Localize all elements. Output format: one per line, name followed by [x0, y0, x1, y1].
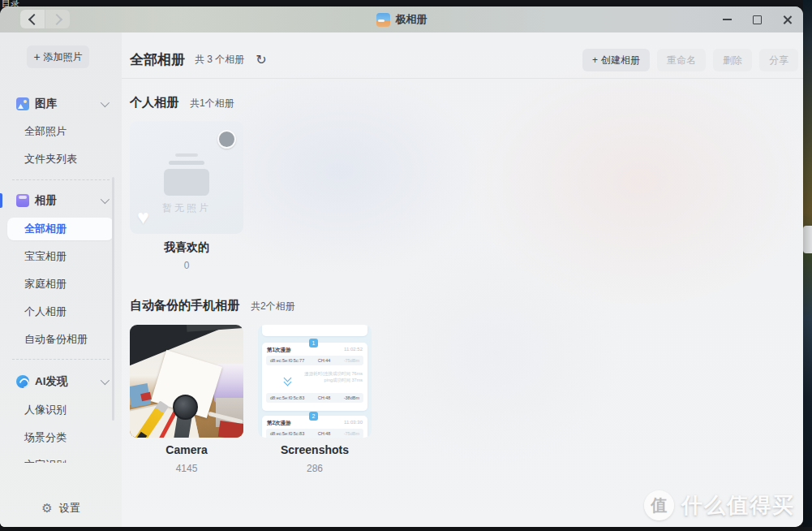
baby-album-label: 宝宝相册: [24, 249, 67, 264]
mac-address: d8:ec:5e:f0:5c:83: [270, 431, 304, 436]
rename-button[interactable]: 重命名: [657, 49, 706, 71]
roam-title: 第1次漫游: [267, 347, 291, 354]
personal-album-label: 个人相册: [24, 304, 67, 319]
section-backup-albums: 自动备份的手机相册 共2个相册: [130, 298, 295, 313]
album-total-count: 共 3 个相册: [195, 53, 244, 67]
app-icon: [376, 13, 390, 27]
scene-classification-label: 场景分类: [24, 430, 67, 445]
signal: -75dBm: [344, 358, 359, 363]
face-recognition-label: 人像识别: [24, 403, 67, 417]
chevron-down-icon[interactable]: [101, 98, 110, 107]
library-group-label: 图库: [35, 97, 57, 111]
gallery-icon: [16, 97, 29, 110]
roam-note: 漫游耗时(连接成功时间 76ms ping成功时间 37ms: [304, 370, 363, 383]
sidebar-item-all-albums[interactable]: 全部相册: [7, 218, 114, 240]
settings-button[interactable]: ⚙ 设置: [0, 501, 122, 516]
minimize-button[interactable]: [719, 11, 735, 28]
maximize-icon: [753, 15, 762, 24]
chevron-down-icon[interactable]: [101, 376, 110, 385]
window-title-area: 极相册: [0, 6, 803, 32]
clipped-item-label: 文字识别: [24, 458, 67, 463]
sidebar-divider: [12, 359, 110, 360]
album-name[interactable]: 我喜欢的: [130, 240, 243, 255]
mac-address: d8:ec:5e:f0:5c:77: [270, 358, 304, 363]
sidebar-scrollbar[interactable]: [112, 177, 114, 421]
sidebar-group-library[interactable]: 图库: [0, 94, 122, 114]
album-card-screenshots[interactable]: 1 第1次漫游 11:02:52 d8:ec:5e:f0:5c:77 CH:44…: [258, 325, 372, 438]
section-personal-albums: 个人相册 共1个相册: [130, 95, 234, 110]
heart-icon: ♥: [137, 205, 149, 229]
sidebar-group-albums[interactable]: 相册: [0, 191, 122, 210]
window-title: 极相册: [396, 12, 427, 27]
screenshot-card-partial: [262, 325, 367, 336]
watermark: 值 什么值得买: [644, 490, 795, 520]
sidebar-item-scene-classification[interactable]: 场景分类: [0, 428, 122, 447]
gear-icon: ⚙: [41, 501, 52, 516]
desktop-wallpaper-strip: [803, 0, 812, 531]
camera-thumb-watch-face: [173, 395, 198, 420]
delete-button[interactable]: 删除: [713, 49, 752, 71]
album-card-camera[interactable]: [130, 325, 243, 438]
sidebar-item-folder-list[interactable]: 文件夹列表: [0, 149, 122, 169]
titlebar[interactable]: 极相册: [0, 6, 803, 32]
photo-stack-icon: [164, 169, 209, 196]
sidebar-item-all-photos[interactable]: 全部照片: [0, 122, 122, 141]
rename-label: 重命名: [667, 54, 696, 67]
roam-note-line1: 漫游耗时(连接成功时间 76ms: [304, 370, 363, 377]
photo-stack-icon: [169, 161, 204, 165]
close-button[interactable]: [779, 11, 795, 28]
sidebar-item-personal-album[interactable]: 个人相册: [0, 302, 122, 322]
channel: CH:48: [318, 395, 331, 400]
watermark-text: 什么值得买: [681, 491, 795, 520]
sidebar-divider: [12, 179, 110, 180]
ai-discovery-icon: [16, 375, 29, 388]
sidebar-group-ai-discovery[interactable]: AI发现: [0, 372, 122, 391]
album-name[interactable]: Screenshots: [258, 443, 372, 456]
section-title: 个人相册: [130, 95, 178, 110]
refresh-icon[interactable]: ↻: [256, 54, 266, 67]
ap-row: d8:ec:5e:f0:5c:83 CH:48 -75dBm: [266, 429, 363, 438]
background-window-edge: [803, 226, 812, 253]
channel: CH:48: [318, 431, 331, 436]
create-album-button[interactable]: + 创建相册: [582, 49, 650, 71]
desktop-bottom-strip: [0, 527, 812, 531]
sidebar-item-clipped[interactable]: 文字识别: [0, 455, 122, 463]
folder-list-label: 文件夹列表: [24, 152, 77, 166]
roam-title: 第2次漫游: [267, 420, 291, 427]
photo-stack-icon: [175, 153, 198, 157]
selection-circle-icon[interactable]: [217, 130, 236, 149]
album-name[interactable]: Camera: [130, 443, 243, 456]
auto-backup-album-label: 自动备份相册: [24, 332, 88, 347]
main-content: 全部相册 共 3 个相册 ↻ + 创建相册 重命名 删除 分享: [122, 32, 803, 527]
toolbar: + 创建相册 重命名 删除 分享: [582, 49, 798, 71]
sidebar-item-face-recognition[interactable]: 人像识别: [0, 400, 122, 420]
section-count: 共2个相册: [251, 300, 295, 313]
back-button[interactable]: [20, 10, 45, 28]
ap-row: d8:ec:5e:f0:5c:77 CH:44 -75dBm: [266, 356, 363, 365]
roam-time: 11:02:52: [344, 347, 363, 354]
header-divider: [122, 78, 803, 79]
ap-row: d8:ec:5e:f0:5c:83 CH:48 -38dBm: [266, 393, 363, 403]
forward-button[interactable]: [45, 10, 70, 28]
all-albums-label: 全部相册: [24, 222, 67, 236]
sidebar-item-baby-album[interactable]: 宝宝相册: [0, 247, 122, 266]
chevron-right-icon: [50, 13, 62, 24]
close-icon: [783, 15, 792, 24]
section-count: 共1个相册: [190, 97, 234, 110]
create-album-label: 创建相册: [601, 54, 640, 67]
window-controls: [719, 6, 795, 32]
roam-time: 11:03:30: [344, 420, 363, 427]
sidebar-item-family-album[interactable]: 家庭相册: [0, 274, 122, 294]
share-button[interactable]: 分享: [759, 49, 798, 71]
album-photo-count: 0: [130, 260, 243, 271]
album-card-favorites[interactable]: 暂无照片 ♥: [130, 121, 243, 234]
ai-group-label: AI发现: [35, 374, 68, 389]
maximize-button[interactable]: [749, 11, 765, 28]
double-chevron-down-icon: [285, 375, 291, 382]
channel: CH:44: [318, 358, 331, 363]
chevron-down-icon[interactable]: [101, 195, 110, 204]
roam-note-line2: ping成功时间 37ms: [304, 377, 363, 383]
plus-icon: +: [592, 54, 598, 66]
sidebar-item-auto-backup-album[interactable]: 自动备份相册: [0, 330, 122, 349]
screenshot-card-1: 第1次漫游 11:02:52 d8:ec:5e:f0:5c:77 CH:44 -…: [262, 343, 367, 411]
